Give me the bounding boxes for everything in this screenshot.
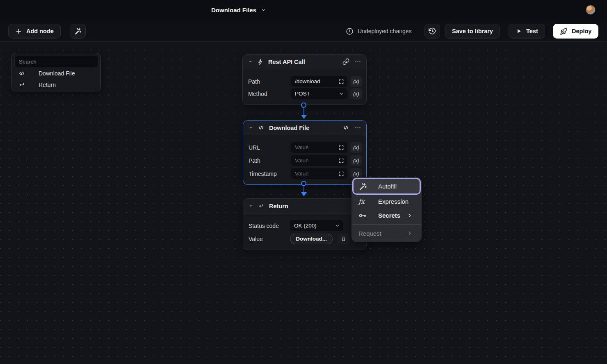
edge-connector [304,108,304,115]
menu-item-label: Secrets [378,212,400,219]
node-download-file[interactable]: Download File URL [243,120,367,185]
menu-item-label: Autofill [378,183,397,190]
edge-arrowhead-icon [301,115,307,119]
collapse-chevron-icon[interactable] [249,204,253,208]
save-to-library-label: Save to library [452,28,493,34]
method-select-value: POST [295,91,310,97]
avatar[interactable] [586,5,596,15]
test-label: Test [526,28,538,34]
code-icon [258,124,265,131]
field-label: URL [249,144,260,151]
value-reference-chip[interactable]: Download... [290,234,333,244]
palette-item-return[interactable]: Return [14,79,98,90]
top-bar: Download Files [0,0,607,20]
field-row-url: URL (x) [249,142,362,153]
toolbar: Add node Undeployed changes Save to libr… [0,20,607,42]
trash-icon [340,236,347,242]
menu-item-autofill[interactable]: Autofill [352,178,421,195]
play-icon [516,28,522,34]
key-icon [358,212,367,220]
field-label: Timestamp [249,171,277,177]
method-select[interactable]: POST [291,88,347,99]
variable-button[interactable]: (x) [350,88,362,99]
chevron-down-icon [339,91,344,96]
field-row-path: Path (x) [249,155,362,166]
add-node-label: Add node [26,28,54,34]
test-button[interactable]: Test [509,24,545,39]
code-icon [18,70,26,77]
alert-circle-icon [346,27,354,35]
field-row-value: Value Download... [249,233,362,244]
variable-button[interactable]: (x) [350,76,362,87]
path-input-value[interactable] [295,78,338,84]
node-palette: Download File Return [11,53,101,91]
field-label: Method [248,91,267,97]
path-input[interactable] [291,155,347,166]
expand-icon[interactable] [338,158,344,164]
history-icon [428,27,436,35]
path-input-value[interactable] [295,157,338,164]
workflow-title-menu[interactable]: Download Files [211,0,266,20]
node-return[interactable]: Return Status code OK (200) Value Downlo… [243,198,367,250]
menu-item-secrets[interactable]: Secrets [351,208,422,223]
lightning-icon [257,59,264,65]
add-node-button[interactable]: Add node [8,24,61,39]
variable-button[interactable]: (x) [350,142,362,153]
field-row-path: Path (x) [248,76,362,87]
palette-search-input[interactable] [14,56,99,67]
save-to-library-button[interactable]: Save to library [445,24,500,39]
ai-wand-button[interactable] [70,24,86,39]
ellipsis-icon[interactable] [355,59,361,65]
status-code-select-value: OK (200) [294,223,317,229]
ellipsis-icon[interactable] [355,125,361,131]
collapse-chevron-icon[interactable] [249,125,253,130]
palette-item-label: Download File [39,70,75,77]
undeployed-changes-status: Undeployed changes [346,24,412,39]
field-row-status-code: Status code OK (200) [249,220,362,231]
expand-icon[interactable] [338,145,344,150]
return-icon [258,202,265,209]
menu-item-label: Expression [378,198,408,205]
plus-icon [15,28,22,35]
menu-item-expression[interactable]: ƒx Expression [351,195,422,208]
code-icon[interactable] [342,124,349,131]
menu-item-request[interactable]: Request [351,225,422,242]
variable-button[interactable]: (x) [350,155,362,166]
return-icon [18,81,26,89]
expand-icon[interactable] [338,171,344,177]
link-icon[interactable] [342,58,349,65]
output-port[interactable] [301,181,306,186]
timestamp-input-value[interactable] [295,171,338,177]
collapse-chevron-icon[interactable] [248,59,253,64]
delete-value-button[interactable] [338,233,349,244]
chevron-down-icon [261,7,266,13]
palette-item-label: Return [39,82,56,88]
value-context-menu: Autofill ƒx Expression Secrets Request [351,177,422,242]
undeployed-changes-label: Undeployed changes [358,28,412,34]
chevron-down-icon [335,223,340,228]
chevron-right-icon [407,230,415,236]
menu-item-label: Request [358,230,381,237]
output-port[interactable] [301,102,306,108]
field-row-method: Method POST (x) [248,88,362,99]
field-label: Path [248,78,260,85]
magic-wand-icon [359,182,367,191]
url-input-value[interactable] [295,144,338,150]
timestamp-input[interactable] [291,168,347,179]
node-rest-api-call[interactable]: Rest API Call Path [242,54,367,105]
node-title: Download File [269,125,309,131]
deploy-button[interactable]: Deploy [553,24,598,39]
url-input[interactable] [291,142,347,153]
workflow-canvas[interactable]: Download File Return Rest API Call [0,42,607,364]
status-code-select[interactable]: OK (200) [290,220,343,231]
node-header: Return [243,199,366,214]
chevron-right-icon [407,213,415,218]
edge-connector [304,186,304,192]
field-label: Value [249,236,263,242]
path-input[interactable] [291,76,347,87]
version-history-button[interactable] [424,24,440,39]
palette-item-download-file[interactable]: Download File [14,68,98,79]
node-header: Rest API Call [243,55,366,69]
node-header: Download File [243,121,366,135]
expand-icon[interactable] [338,79,344,84]
